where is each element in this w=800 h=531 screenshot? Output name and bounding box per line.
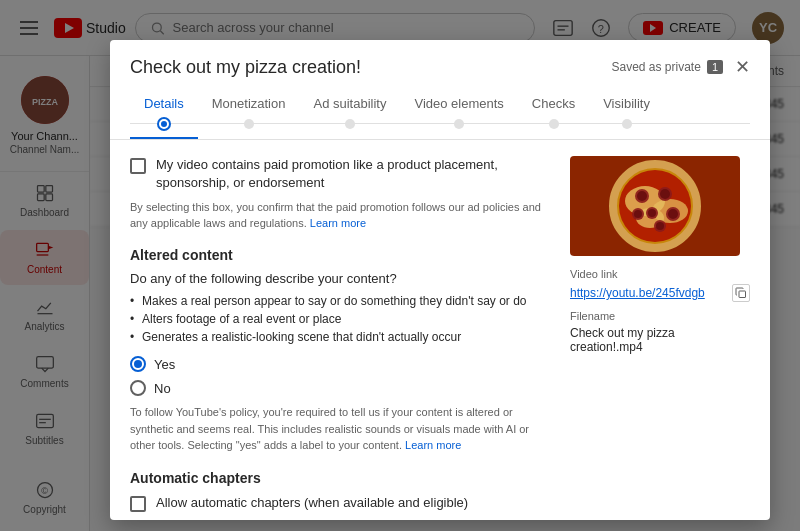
tab-ad-suitability[interactable]: Ad suitability	[299, 86, 400, 139]
tab-details[interactable]: Details	[130, 86, 198, 139]
svg-point-43	[637, 191, 647, 201]
auto-chapters-title: Automatic chapters	[130, 470, 550, 486]
copy-icon-svg	[735, 287, 747, 299]
thumbnail-svg	[570, 156, 740, 256]
auto-chapters-checkbox[interactable]	[130, 496, 146, 512]
upload-modal: Check out my pizza creation! Saved as pr…	[110, 40, 770, 520]
modal-header: Check out my pizza creation! Saved as pr…	[110, 40, 770, 86]
svg-rect-55	[739, 291, 746, 298]
auto-chapters-label: Allow automatic chapters (when available…	[156, 494, 468, 512]
svg-point-47	[648, 209, 656, 217]
paid-promotion-row: My video contains paid promotion like a …	[130, 156, 550, 192]
tab-checks[interactable]: Checks	[518, 86, 589, 139]
video-thumbnail	[570, 156, 740, 256]
paid-promotion-label: My video contains paid promotion like a …	[156, 156, 550, 192]
tab-indicator	[244, 119, 254, 129]
radio-yes-row[interactable]: Yes	[130, 356, 550, 372]
altered-content-bullets: Makes a real person appear to say or do …	[130, 294, 550, 344]
auto-chapters-row: Allow automatic chapters (when available…	[130, 494, 550, 512]
paid-promotion-checkbox[interactable]	[130, 158, 146, 174]
altered-content-question: Do any of the following describe your co…	[130, 271, 550, 286]
bullet-item: Alters footage of a real event or place	[130, 312, 550, 326]
saved-badge: Saved as private 1	[611, 60, 723, 74]
radio-yes-inner	[134, 360, 142, 368]
paid-promotion-helper: By selecting this box, you confirm that …	[130, 200, 550, 231]
tab-label: Ad suitability	[313, 96, 386, 111]
tab-indicator	[345, 119, 355, 129]
copy-link-button[interactable]	[732, 284, 750, 302]
svg-point-45	[660, 189, 670, 199]
tab-label: Video elements	[414, 96, 503, 111]
tab-indicator	[622, 119, 632, 129]
tab-label: Details	[144, 96, 184, 111]
radio-no-outer	[130, 380, 146, 396]
video-link-url[interactable]: https://youtu.be/245fvdgb	[570, 286, 726, 300]
svg-point-51	[634, 210, 642, 218]
filename-label: Filename	[570, 310, 750, 322]
tab-label: Visibility	[603, 96, 650, 111]
tab-video-elements[interactable]: Video elements	[400, 86, 517, 139]
tab-indicator	[454, 119, 464, 129]
policy-text: To follow YouTube's policy, you're requi…	[130, 404, 550, 454]
video-link-label: Video link	[570, 268, 750, 280]
modal-header-right: Saved as private 1 ✕	[611, 56, 750, 78]
policy-learn-more-link[interactable]: Learn more	[405, 439, 461, 451]
video-link-row: https://youtu.be/245fvdgb	[570, 284, 750, 302]
tab-visibility[interactable]: Visibility	[589, 86, 664, 139]
tab-indicator	[549, 119, 559, 129]
radio-yes-outer	[130, 356, 146, 372]
svg-point-49	[668, 209, 678, 219]
modal-body: My video contains paid promotion like a …	[110, 140, 770, 520]
radio-no-label: No	[154, 381, 171, 396]
close-button[interactable]: ✕	[735, 56, 750, 78]
bullet-item: Generates a realistic-looking scene that…	[130, 330, 550, 344]
tab-label: Monetization	[212, 96, 286, 111]
tab-indicator	[159, 119, 169, 129]
altered-content-title: Altered content	[130, 247, 550, 263]
filename-value: Check out my pizza creation!.mp4	[570, 326, 750, 354]
tab-active-line	[130, 137, 198, 139]
tab-label: Checks	[532, 96, 575, 111]
svg-point-53	[656, 222, 664, 230]
bullet-item: Makes a real person appear to say or do …	[130, 294, 550, 308]
modal-right-panel: Video link https://youtu.be/245fvdgb Fil…	[570, 156, 750, 504]
notif-badge: 1	[707, 60, 723, 74]
learn-more-link[interactable]: Learn more	[310, 217, 366, 229]
radio-yes-label: Yes	[154, 357, 175, 372]
radio-no-row[interactable]: No	[130, 380, 550, 396]
modal-left-panel: My video contains paid promotion like a …	[130, 156, 550, 504]
modal-tabs: Details Monetization Ad suitability Vide…	[110, 86, 770, 140]
saved-text: Saved as private	[611, 60, 700, 74]
tab-monetization[interactable]: Monetization	[198, 86, 300, 139]
modal-title: Check out my pizza creation!	[130, 57, 361, 78]
